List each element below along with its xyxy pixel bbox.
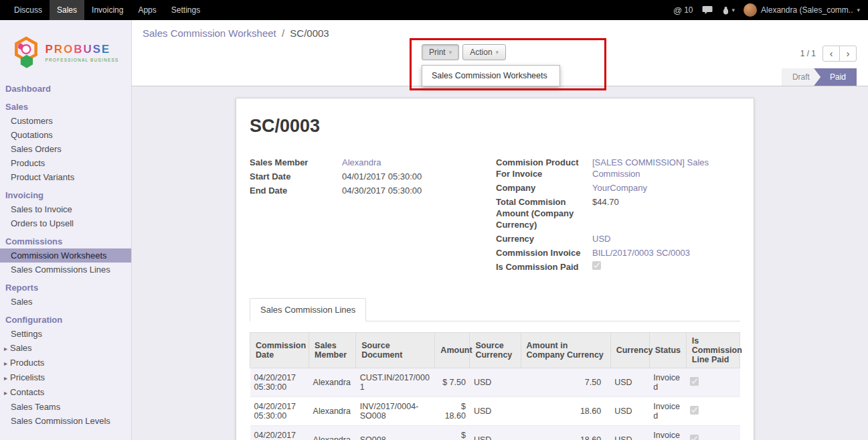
breadcrumb-parent-link[interactable]: Sales Commission Worksheet <box>143 27 276 39</box>
sales-member-link[interactable]: Alexandra <box>342 157 381 168</box>
company-link[interactable]: YourCompany <box>592 182 647 194</box>
commission-invoice-link[interactable]: BILL/2017/0003 SC/0003 <box>592 247 690 259</box>
sidebar-item-config-products[interactable]: ▸Products <box>0 356 131 370</box>
col-header-status: Status <box>649 333 686 368</box>
sidebar-item-sales-orders[interactable]: Sales Orders <box>0 142 131 156</box>
field-label: Is Commission Paid <box>496 261 592 273</box>
is-commission-paid-checkbox <box>592 261 601 270</box>
sidebar-item-config-pricelists[interactable]: ▸Pricelists <box>0 370 131 385</box>
sidebar-item-reports-sales[interactable]: Sales <box>0 295 131 309</box>
tab-sales-commission-lines[interactable]: Sales Commission Lines <box>250 298 366 321</box>
breadcrumb-separator: / <box>282 27 284 39</box>
cell-source-currency: USD <box>470 368 521 397</box>
sidebar-section-reports[interactable]: Reports <box>0 281 131 295</box>
col-header-sales-member: Sales Member <box>309 333 356 368</box>
caret-down-icon: ▾ <box>449 49 452 56</box>
line-paid-checkbox <box>690 377 699 386</box>
col-header-source-document: Source Document <box>356 333 435 368</box>
sidebar-section-commissions[interactable]: Commissions <box>0 234 131 248</box>
menu-settings[interactable]: Settings <box>164 0 207 20</box>
field-label: Commision Product For Invoice <box>496 157 592 179</box>
chat-icon[interactable] <box>702 5 713 15</box>
sidebar-section-sales[interactable]: Sales <box>0 100 131 114</box>
status-draft[interactable]: Draft <box>782 68 820 86</box>
menu-discuss[interactable]: Discuss <box>7 0 50 20</box>
currency-link[interactable]: USD <box>592 233 610 244</box>
end-date-value: 04/30/2017 05:30:00 <box>342 185 422 196</box>
user-name: Alexandra (Sales_comm.. <box>761 5 853 15</box>
cell-currency: USD <box>610 368 649 397</box>
field-start-date: Start Date 04/01/2017 05:30:00 <box>250 171 496 182</box>
probuse-logo-icon <box>12 35 40 69</box>
mention-count: 10 <box>684 5 693 15</box>
sidebar-item-products[interactable]: Products <box>0 156 131 170</box>
cell-source-document: SO008 <box>356 426 435 440</box>
commission-line-row[interactable]: 04/20/2017 05:30:00 Alexandra INV/2017/0… <box>250 397 740 426</box>
bug-icon[interactable]: ▾ <box>721 6 735 15</box>
sidebar-item-quotations[interactable]: Quotations <box>0 128 131 142</box>
line-paid-checkbox <box>690 435 699 440</box>
field-label: End Date <box>250 185 342 196</box>
cell-sales-member: Alexandra <box>309 426 356 440</box>
cell-status: Invoiced <box>649 368 686 397</box>
field-commission-product: Commision Product For Invoice [SALES COM… <box>496 157 740 179</box>
cell-amount: $ 7.50 <box>435 368 470 397</box>
control-panel: Sales Commission Worksheet / SC/0003 Pri… <box>132 20 868 68</box>
cell-amount-company-currency: 18.60 <box>521 397 610 426</box>
cell-line-paid <box>686 397 740 426</box>
sidebar-item-label: Products <box>10 358 44 368</box>
logo-title: PROBUSE <box>45 43 118 56</box>
cell-currency: USD <box>610 426 649 440</box>
sidebar: PROBUSE PROFESSIONAL BUSINESS Dashboard … <box>0 20 132 440</box>
col-header-commission-date: Commission Date <box>250 333 309 368</box>
commission-product-link[interactable]: [SALES COMMISSION] Sales Commission <box>592 157 740 179</box>
pager-next-button[interactable]: › <box>839 46 857 62</box>
commission-line-row[interactable]: 04/20/2017 05:30:00 Alexandra CUST.IN/20… <box>250 368 740 397</box>
cell-amount: $ 18.60 <box>435 426 470 440</box>
field-is-commission-paid: Is Commission Paid <box>496 261 740 273</box>
content-area: Sales Commission Worksheet / SC/0003 Pri… <box>132 20 868 440</box>
sidebar-section-dashboard[interactable]: Dashboard <box>0 82 131 96</box>
sidebar-item-sales-commissions-lines[interactable]: Sales Commissions Lines <box>0 263 131 277</box>
sidebar-item-commission-worksheets[interactable]: Commission Worksheets <box>0 248 131 263</box>
commission-lines-table: Commission Date Sales Member Source Docu… <box>250 332 740 440</box>
cell-commission-date: 04/20/2017 10:35:53 <box>250 426 309 440</box>
mention-counter[interactable]: @ 10 <box>673 5 693 15</box>
sidebar-section-configuration[interactable]: Configuration <box>0 313 131 327</box>
cell-currency: USD <box>610 397 649 426</box>
action-button[interactable]: Action ▾ <box>462 44 506 60</box>
sidebar-item-label: Sales <box>10 343 32 353</box>
sidebar-item-customers[interactable]: Customers <box>0 114 131 128</box>
sidebar-item-sales-commission-levels[interactable]: Sales Commission Levels <box>0 414 131 428</box>
sidebar-item-product-variants[interactable]: Product Variants <box>0 170 131 184</box>
chevron-right-icon: ▸ <box>4 389 7 396</box>
sidebar-item-orders-to-upsell[interactable]: Orders to Upsell <box>0 216 131 230</box>
dropdown-item-sales-commission-worksheets[interactable]: Sales Commission Worksheets <box>422 68 559 83</box>
field-company: Company YourCompany <box>496 182 740 194</box>
sidebar-item-sales-to-invoice[interactable]: Sales to Invoice <box>0 202 131 216</box>
form-sheet: SC/0003 Sales Member Alexandra Start Dat… <box>236 98 754 440</box>
menu-apps[interactable]: Apps <box>131 0 163 20</box>
field-label: Company <box>496 182 592 194</box>
print-button[interactable]: Print ▾ <box>422 44 459 60</box>
field-total-commission-amount: Total Commision Amount (Company Currency… <box>496 196 740 230</box>
field-end-date: End Date 04/30/2017 05:30:00 <box>250 185 496 196</box>
pager-previous-button[interactable]: ‹ <box>822 46 840 62</box>
sidebar-item-config-sales[interactable]: ▸Sales <box>0 341 131 356</box>
field-currency: Currency USD <box>496 233 740 244</box>
sidebar-item-settings[interactable]: Settings <box>0 327 131 341</box>
sidebar-item-config-contacts[interactable]: ▸Contacts <box>0 385 131 400</box>
logo-tagline: PROFESSIONAL BUSINESS <box>45 58 118 62</box>
field-group-left: Sales Member Alexandra Start Date 04/01/… <box>250 157 496 275</box>
sidebar-section-invoicing[interactable]: Invoicing <box>0 188 131 202</box>
caret-down-icon: ▾ <box>496 49 499 56</box>
commission-line-row[interactable]: 04/20/2017 10:35:53 Alexandra SO008 $ 18… <box>250 426 740 440</box>
sidebar-item-sales-teams[interactable]: Sales Teams <box>0 400 131 414</box>
menu-invoicing[interactable]: Invoicing <box>84 0 131 20</box>
breadcrumb-current: SC/0003 <box>290 27 329 39</box>
field-label: Sales Member <box>250 157 342 168</box>
menu-sales[interactable]: Sales <box>50 0 84 20</box>
user-menu[interactable]: Alexandra (Sales_comm.. ▾ <box>744 3 860 17</box>
at-icon: @ <box>673 5 682 15</box>
field-label: Currency <box>496 233 592 244</box>
